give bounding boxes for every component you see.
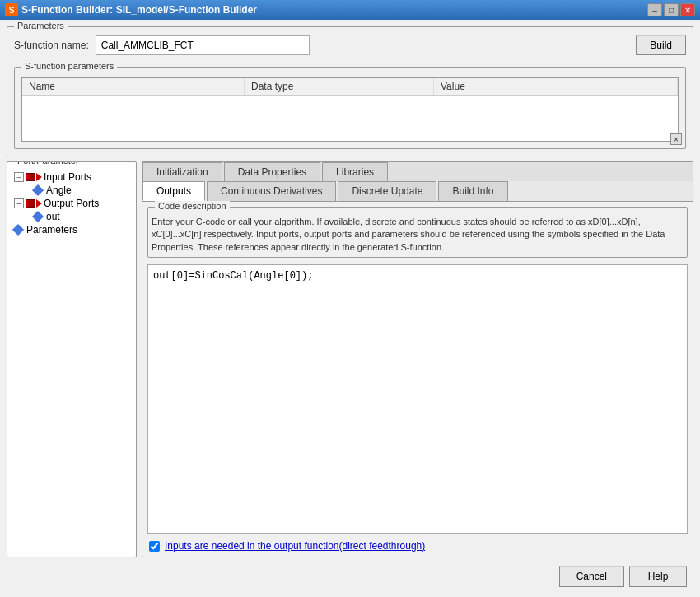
sfunc-params-group: S-function parameters Name Data type Val…: [14, 67, 686, 149]
sfunc-params-title: S-function parameters: [21, 61, 117, 71]
tree-item-out[interactable]: out: [11, 210, 133, 223]
inport-arrow: [36, 173, 42, 181]
expand-icon-output-ports[interactable]: –: [14, 198, 24, 208]
bottom-panel: Port/Parameter – Input Ports Angle –: [7, 161, 693, 557]
feedthrough-label[interactable]: Inputs are needed in the output function…: [165, 540, 425, 552]
diamond-icon-angle: [32, 184, 44, 196]
input-ports-icon: [26, 173, 42, 181]
code-editor[interactable]: out[0]=SinCosCal(Angle[0]);: [147, 264, 688, 534]
tab-build-info[interactable]: Build Info: [438, 181, 507, 201]
minimize-button[interactable]: –: [647, 3, 662, 16]
tree-item-input-ports[interactable]: – Input Ports: [11, 170, 133, 184]
sfunc-name-label: S-function name:: [14, 40, 89, 51]
out-label: out: [44, 211, 60, 222]
outport-arrow: [36, 199, 42, 208]
parameters-label: Parameters: [24, 224, 77, 236]
tab-continuous-derivatives[interactable]: Continuous Derivatives: [207, 181, 336, 201]
output-ports-icon: [26, 199, 42, 208]
code-desc-title: Code description: [155, 201, 230, 211]
tabs-row-2: Outputs Continuous Derivatives Discrete …: [142, 181, 693, 202]
close-button[interactable]: ✕: [680, 3, 695, 16]
main-window: Parameters S-function name: Build S-func…: [0, 20, 700, 597]
diamond-icon-params: [12, 224, 24, 236]
maximize-button[interactable]: □: [664, 3, 679, 16]
code-desc-group: Code description Enter your C-code or ca…: [147, 207, 688, 258]
title-bar: S S-Function Builder: SIL_model/S-Functi…: [0, 0, 700, 20]
diamond-icon-out: [32, 211, 44, 222]
close-x-button[interactable]: ×: [670, 133, 682, 145]
tree-item-output-ports[interactable]: – Output Ports: [11, 197, 133, 210]
col-value: Value: [434, 78, 678, 95]
tab-outputs[interactable]: Outputs: [142, 181, 205, 201]
inport-icon-red: [26, 173, 35, 181]
tab-libraries[interactable]: Libraries: [322, 162, 388, 181]
tree-item-angle[interactable]: Angle: [11, 184, 133, 197]
checkbox-row: Inputs are needed in the output function…: [142, 537, 693, 557]
tabs-row-1: Initialization Data Properties Libraries: [142, 162, 693, 181]
tree-panel: Port/Parameter – Input Ports Angle –: [7, 161, 137, 557]
cancel-button[interactable]: Cancel: [559, 566, 624, 587]
sfunc-name-row: S-function name: Build: [14, 35, 686, 55]
window-controls[interactable]: – □ ✕: [647, 3, 695, 16]
col-datatype: Data type: [245, 78, 434, 95]
help-button[interactable]: Help: [629, 566, 687, 587]
build-button[interactable]: Build: [636, 35, 686, 55]
feedthrough-checkbox[interactable]: [149, 541, 160, 552]
col-name: Name: [22, 78, 245, 95]
window-title: S-Function Builder: SIL_model/S-Function…: [21, 4, 257, 16]
bottom-buttons: Cancel Help: [7, 562, 693, 590]
angle-label: Angle: [44, 184, 72, 196]
code-desc-text: Enter your C-code or call your algorithm…: [152, 216, 684, 254]
output-ports-label: Output Ports: [44, 198, 99, 209]
input-ports-label: Input Ports: [44, 171, 91, 183]
expand-icon-input-ports[interactable]: –: [14, 172, 24, 182]
parameters-group: Parameters S-function name: Build S-func…: [7, 26, 693, 156]
tab-data-properties[interactable]: Data Properties: [224, 162, 320, 181]
sfunc-name-input[interactable]: [96, 35, 310, 55]
sfunc-params-body: [22, 96, 678, 141]
tab-discrete-update[interactable]: Discrete Update: [338, 181, 436, 201]
sfunc-params-header: Name Data type Value: [22, 78, 678, 96]
tree-panel-title: Port/Parameter: [14, 161, 82, 166]
app-icon: S: [5, 3, 18, 16]
outport-icon-red: [26, 199, 35, 208]
tab-initialization[interactable]: Initialization: [142, 162, 222, 181]
tree-item-parameters[interactable]: Parameters: [11, 223, 133, 236]
title-bar-left: S S-Function Builder: SIL_model/S-Functi…: [5, 3, 257, 16]
sfunc-params-table-wrapper: Name Data type Value: [21, 77, 679, 142]
parameters-group-title: Parameters: [14, 21, 68, 30]
tabs-panel: Initialization Data Properties Libraries…: [142, 161, 693, 557]
